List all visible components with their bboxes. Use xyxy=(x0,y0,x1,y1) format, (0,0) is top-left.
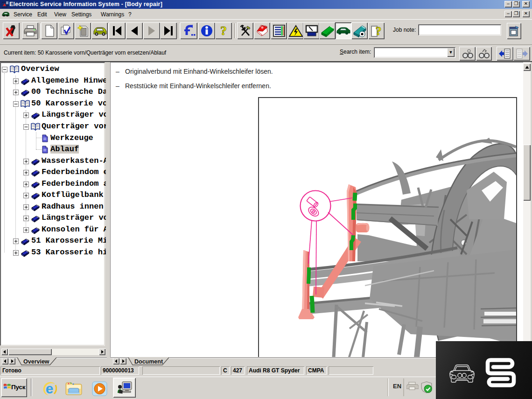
svg-text:e: e xyxy=(46,381,54,396)
svg-text:?: ? xyxy=(220,24,227,37)
svg-text:?: ? xyxy=(375,24,381,37)
svg-text:Document: Document xyxy=(134,358,163,365)
svg-text:Overview: Overview xyxy=(23,358,49,365)
